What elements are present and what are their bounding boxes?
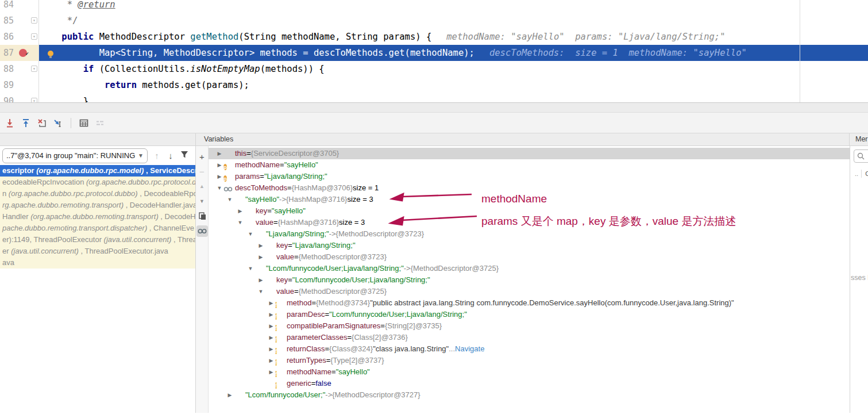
variable-row[interactable]: ▶"Lcom/funnycode/User;" -> {MethodDescri…	[209, 389, 850, 401]
filter-frames-icon[interactable]	[180, 151, 189, 160]
variable-row[interactable]: ▼"sayHello" -> {HashMap@3716} size = 3	[209, 194, 850, 205]
editor-gutter[interactable]: 87	[0, 45, 39, 61]
field-icon: f	[275, 345, 283, 353]
chevron-collapsed-icon[interactable]: ▶	[257, 240, 265, 251]
editor-gutter[interactable]: 88▾	[0, 61, 39, 77]
variable-row[interactable]: ▼value = {HashMap@3716} size = 3	[209, 217, 850, 228]
frame-text: , ChannelEve	[147, 224, 194, 232]
drop-frame-icon[interactable]	[37, 118, 47, 128]
variable-row[interactable]: ▶value = {MethodDescriptor@3723}	[209, 251, 850, 263]
evaluate-expression-icon[interactable]	[79, 118, 89, 128]
chevron-expanded-icon[interactable]: ▼	[226, 194, 234, 205]
variable-row[interactable]: ▶key = "Lcom/funnycode/User;Ljava/lang/S…	[209, 274, 850, 286]
move-up-icon[interactable]: ▲	[196, 181, 208, 192]
duplicate-watch-icon[interactable]	[196, 210, 208, 222]
variable-row[interactable]: ▼descToMethods = {HashMap@3706} size = 1	[209, 182, 850, 194]
variable-row[interactable]: ▼value = {MethodDescriptor@3725}	[209, 286, 850, 297]
frame-row[interactable]: n (org.apache.dubbo.rpc.protocol.dubbo) …	[0, 188, 195, 200]
variable-row[interactable]: ▶fparameterClasses = {Class[2]@3736}	[209, 332, 850, 343]
field-icon: f	[275, 334, 283, 342]
remove-watch-icon[interactable]: −	[196, 166, 208, 177]
editor-line[interactable]: 90▾ }	[0, 93, 868, 102]
chevron-collapsed-icon[interactable]: ▶	[215, 171, 223, 182]
chevron-collapsed-icon[interactable]: ▶	[226, 389, 234, 401]
chevron-expanded-icon[interactable]: ▼	[246, 263, 254, 274]
chevron-collapsed-icon[interactable]: ▶	[267, 320, 275, 332]
chevron-collapsed-icon[interactable]: ▶	[267, 355, 275, 366]
chevron-expanded-icon[interactable]: ▼	[215, 182, 223, 194]
editor-gutter[interactable]: 89	[0, 77, 39, 93]
frame-row[interactable]: ecodeableRpcInvocation (org.apache.dubbo…	[0, 177, 195, 188]
frame-row[interactable]: escriptor (org.apache.dubbo.rpc.model) ,…	[0, 165, 195, 177]
chevron-expanded-icon[interactable]: ▼	[246, 228, 254, 240]
variable-row[interactable]: ▶key = "Ljava/lang/String;"	[209, 240, 850, 251]
editor-gutter[interactable]: 86▾	[0, 29, 39, 45]
fold-marker-icon[interactable]: ▾	[31, 98, 37, 102]
editor-gutter[interactable]: 85▾	[0, 13, 39, 29]
variable-text: ->	[329, 228, 336, 240]
variable-row[interactable]: ▶this = {ServiceDescriptor@3705}	[209, 148, 850, 159]
chevron-expanded-icon[interactable]: ▼	[257, 286, 265, 297]
intention-bulb-icon[interactable]	[47, 48, 54, 57]
variable-row[interactable]: ▶fmethod = {Method@3734} "public abstrac…	[209, 297, 850, 309]
variable-row[interactable]: ▼"Ljava/lang/String;" -> {MethodDescript…	[209, 228, 850, 240]
variable-row[interactable]: ▶pparams = "Ljava/lang/String;"	[209, 171, 850, 182]
variable-text: =	[267, 205, 272, 217]
chevron-collapsed-icon[interactable]: ▶	[215, 159, 223, 171]
editor-gutter[interactable]: 84	[0, 0, 39, 13]
frame-row[interactable]: er (java.util.concurrent) , ThreadPoolEx…	[0, 246, 195, 257]
editor-line[interactable]: 87 Map<String, MethodDescriptor> methods…	[0, 45, 868, 61]
editor-line[interactable]: 86▾ public MethodDescriptor getMethod(St…	[0, 29, 868, 45]
step-out-icon[interactable]	[21, 118, 31, 128]
variable-row[interactable]: ▶freturnClass = {Class@324} "class java.…	[209, 343, 850, 355]
chevron-collapsed-icon[interactable]: ▶	[267, 332, 275, 343]
chevron-collapsed-icon[interactable]: ▶	[267, 366, 275, 378]
frame-row[interactable]: ava	[0, 257, 195, 269]
previous-frame-icon[interactable]: ↑	[152, 151, 161, 160]
breakpoint-icon[interactable]	[19, 49, 27, 57]
variable-row[interactable]: ▶pmethodName = "sayHello"	[209, 159, 850, 171]
next-frame-icon[interactable]: ↓	[166, 151, 175, 160]
variable-row[interactable]: ▼"Lcom/funnycode/User;Ljava/lang/String;…	[209, 263, 850, 274]
chevron-collapsed-icon[interactable]: ▶	[257, 251, 265, 263]
chevron-collapsed-icon[interactable]: ▶	[215, 148, 223, 159]
navigate-link[interactable]: Navigate	[455, 343, 484, 355]
variable-row[interactable]: ▶key = "sayHello"	[209, 205, 850, 217]
variable-row[interactable]: ▶freturnTypes = {Type[2]@3737}	[209, 355, 850, 366]
frame-text: pache.dubbo.remoting.transport.dispatche…	[2, 224, 147, 232]
fold-marker-icon[interactable]: ▾	[31, 17, 37, 24]
code-editor[interactable]: 84 * @return85▾ */86▾ public MethodDescr…	[0, 0, 868, 102]
editor-line[interactable]: 88▾ if (CollectionUtils.isNotEmptyMap(me…	[0, 61, 868, 77]
editor-gutter[interactable]: 90▾	[0, 93, 39, 102]
thread-selector[interactable]: ..7"@3,704 in group "main": RUNNING ▼	[2, 148, 148, 163]
move-down-icon[interactable]: ▼	[196, 195, 208, 207]
chevron-collapsed-icon[interactable]: ▶	[236, 205, 244, 217]
editor-line[interactable]: 85▾ */	[0, 13, 868, 29]
chevron-expanded-icon[interactable]: ▼	[236, 217, 244, 228]
memory-search-input[interactable]	[854, 150, 868, 163]
run-to-cursor-icon[interactable]	[53, 118, 63, 128]
frame-row[interactable]: er):1149, ThreadPoolExecutor (java.util.…	[0, 234, 195, 246]
chevron-collapsed-icon[interactable]: ▶	[267, 343, 275, 355]
variable-row[interactable]: ▶fparamDesc = "Lcom/funnycode/User;Ljava…	[209, 309, 850, 320]
debug-panel-headers: Variables Mer	[0, 133, 868, 146]
ide-debug-screen: 84 * @return85▾ */86▾ public MethodDescr…	[0, 0, 868, 414]
editor-line[interactable]: 89 return methods.get(params);	[0, 77, 868, 93]
layout-options-icon[interactable]	[95, 118, 105, 128]
fold-marker-icon[interactable]: ▾	[31, 66, 37, 72]
fold-marker-icon[interactable]: ▾	[31, 33, 37, 40]
editor-line[interactable]: 84 * @return	[0, 0, 868, 13]
force-step-into-icon[interactable]	[5, 118, 15, 128]
add-watch-icon[interactable]: +	[196, 151, 208, 162]
variable-row[interactable]: ▶fmethodName = "sayHello"	[209, 366, 850, 378]
frame-row[interactable]: pache.dubbo.remoting.transport.dispatche…	[0, 223, 195, 234]
variable-row[interactable]: ▶fcompatibleParamSignatures = {String[2]…	[209, 320, 850, 332]
chevron-collapsed-icon[interactable]: ▶	[257, 274, 265, 286]
chevron-collapsed-icon[interactable]: ▶	[267, 309, 275, 320]
show-watches-toggle-icon[interactable]	[196, 225, 208, 237]
frame-row[interactable]: rg.apache.dubbo.remoting.transport) , De…	[0, 200, 195, 211]
chevron-collapsed-icon[interactable]: ▶	[267, 297, 275, 309]
value-icon	[265, 276, 273, 284]
variable-row[interactable]: fgeneric = false	[209, 378, 850, 389]
frame-row[interactable]: Handler (org.apache.dubbo.remoting.trans…	[0, 211, 195, 223]
